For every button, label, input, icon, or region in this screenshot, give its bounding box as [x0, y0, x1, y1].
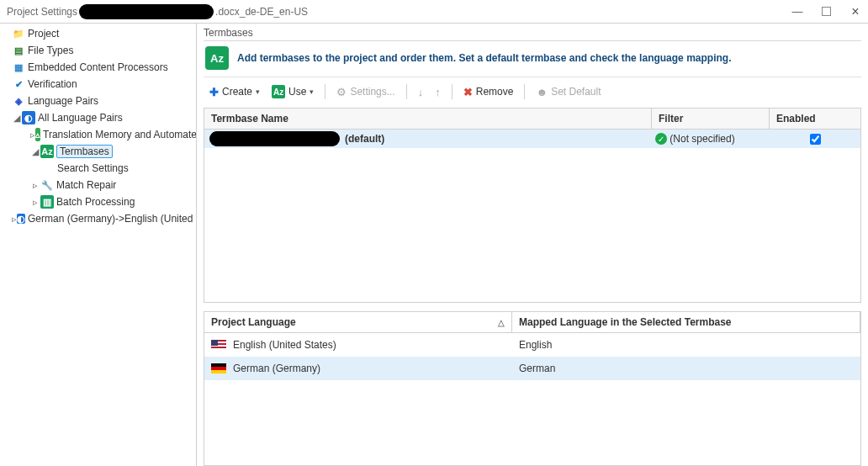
- nav-file-types[interactable]: ▤File Types: [0, 42, 196, 59]
- col-filter[interactable]: Filter: [652, 109, 770, 129]
- sort-asc-icon: △: [498, 318, 505, 327]
- nav-batch-processing[interactable]: ▹▥Batch Processing: [0, 193, 196, 210]
- move-down-button[interactable]: ↓: [414, 83, 428, 101]
- move-up-button[interactable]: ↑: [431, 83, 445, 101]
- use-button[interactable]: AzUse▾: [267, 82, 318, 101]
- maximize-button[interactable]: [822, 7, 831, 16]
- nav-target-pair[interactable]: ▹◐German (Germany)->English (United S: [0, 210, 196, 227]
- language-row[interactable]: German (Germany) German: [204, 357, 860, 380]
- minimize-button[interactable]: —: [791, 6, 803, 18]
- redacted-termbase-name: [209, 131, 340, 146]
- nav-language-pairs[interactable]: ◈Language Pairs: [0, 93, 196, 109]
- flag-de-icon: [211, 363, 226, 373]
- arrow-down-icon: ↓: [418, 86, 424, 98]
- termbase-table: Termbase Name Filter Enabled (default) ✓…: [204, 108, 861, 303]
- plus-icon: ✚: [209, 86, 219, 98]
- toolbar: ✚Create▾ AzUse▾ ⚙Settings... ↓ ↑ ✖Remove…: [197, 77, 868, 108]
- enabled-checkbox[interactable]: [810, 134, 821, 145]
- remove-icon: ✖: [463, 86, 473, 98]
- nav-translation-memory[interactable]: ▹▵Translation Memory and Automate: [0, 126, 196, 143]
- navigation-tree: 📁Project ▤File Types ▦Embedded Content P…: [0, 24, 197, 466]
- arrow-up-icon: ↑: [435, 86, 441, 98]
- filter-value: (Not specified): [670, 133, 734, 145]
- col-enabled[interactable]: Enabled: [770, 109, 860, 129]
- col-mapped-language[interactable]: Mapped Language in the Selected Termbase: [512, 312, 860, 332]
- section-description: Add termbases to the project and order t…: [237, 52, 731, 64]
- tm-icon: ▵: [35, 128, 40, 141]
- window-controls: — ×: [791, 6, 861, 18]
- title-prefix: Project Settings: [7, 6, 77, 18]
- create-button[interactable]: ✚Create▾: [205, 83, 264, 101]
- collapse-icon[interactable]: ◢: [30, 146, 40, 157]
- close-button[interactable]: ×: [849, 6, 861, 18]
- wrench-icon: 🔧: [40, 178, 54, 192]
- nav-verification[interactable]: ✔Verification: [0, 76, 196, 93]
- nav-search-settings[interactable]: Search Settings: [0, 160, 196, 177]
- check-icon: ✓: [655, 133, 667, 145]
- col-termbase-name[interactable]: Termbase Name: [204, 109, 652, 129]
- col-project-language[interactable]: Project Language△: [204, 312, 512, 332]
- settings-button[interactable]: ⚙Settings...: [332, 83, 399, 101]
- dropdown-icon: ▾: [256, 87, 260, 96]
- file-icon: ▤: [12, 44, 25, 57]
- nav-project[interactable]: 📁Project: [0, 25, 196, 42]
- dropdown-icon: ▾: [310, 87, 314, 96]
- remove-button[interactable]: ✖Remove: [459, 83, 518, 101]
- lang-pair-icon: ◐: [17, 214, 25, 224]
- termbase-icon: Az: [40, 145, 54, 158]
- language-row[interactable]: English (United States) English: [204, 333, 860, 357]
- nav-embedded-content[interactable]: ▦Embedded Content Processors: [0, 59, 196, 76]
- all-pairs-icon: ◐: [22, 111, 35, 124]
- expand-icon[interactable]: ▹: [30, 197, 40, 208]
- window-title: Project Settings .docx_de-DE_en-US: [7, 4, 308, 19]
- termbase-large-icon: Az: [205, 46, 229, 70]
- batch-icon: ▥: [40, 195, 54, 209]
- default-suffix: (default): [345, 133, 384, 145]
- verify-icon: ✔: [12, 77, 25, 91]
- nav-all-language-pairs[interactable]: ◢◐All Language Pairs: [0, 109, 196, 126]
- gear-icon: ⚙: [336, 86, 347, 98]
- language-mapping-table: Project Language△ Mapped Language in the…: [204, 311, 861, 466]
- termbase-row[interactable]: (default) ✓ (Not specified): [204, 130, 860, 148]
- nav-termbases[interactable]: ◢AzTermbases: [0, 143, 196, 160]
- termbase-icon: Az: [272, 85, 285, 98]
- embed-icon: ▦: [12, 61, 25, 74]
- folder-icon: 📁: [12, 27, 25, 40]
- language-icon: ◈: [12, 94, 25, 108]
- flag-us-icon: [211, 340, 226, 350]
- title-suffix: .docx_de-DE_en-US: [215, 6, 308, 18]
- expand-icon[interactable]: ▹: [30, 180, 40, 191]
- section-title: Termbases: [197, 24, 868, 40]
- collapse-icon[interactable]: ◢: [12, 113, 22, 124]
- default-icon: ☻: [536, 86, 548, 98]
- nav-match-repair[interactable]: ▹🔧Match Repair: [0, 177, 196, 193]
- set-default-button[interactable]: ☻Set Default: [532, 83, 605, 101]
- redacted-title-part1: [79, 4, 214, 19]
- title-bar: Project Settings .docx_de-DE_en-US — ×: [0, 0, 868, 24]
